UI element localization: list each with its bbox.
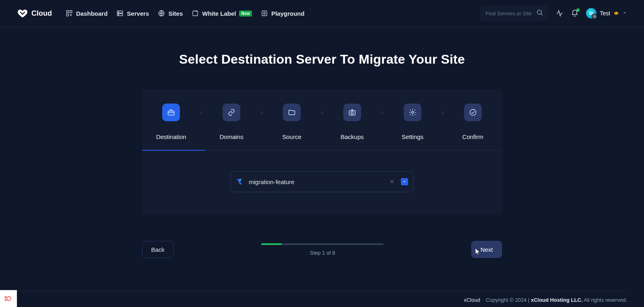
server-icon — [116, 10, 124, 17]
step-confirm[interactable]: Confirm — [444, 104, 502, 140]
progress: Step 1 of 6 — [261, 243, 384, 256]
step-label: Domains — [219, 133, 243, 140]
page-title: Select Destination Server To Migrate You… — [0, 52, 644, 67]
nav-label: White Label — [202, 10, 236, 17]
svg-point-5 — [118, 12, 119, 12]
step-underline — [142, 150, 502, 150]
check-circle-icon — [464, 104, 482, 121]
svg-point-10 — [264, 12, 266, 15]
user-menu[interactable]: 05 Test — [586, 8, 627, 19]
svg-rect-9 — [262, 11, 267, 16]
back-button[interactable]: Back — [142, 241, 174, 258]
selected-server: migration-feature — [249, 178, 383, 185]
header-left: Cloud Dashboard Servers Sites White Labe… — [17, 8, 304, 19]
avatar: 05 — [586, 8, 597, 19]
camera-icon — [343, 104, 361, 121]
step-label: Destination — [156, 133, 186, 140]
svg-rect-12 — [168, 111, 174, 115]
nav-sites[interactable]: Sites — [158, 10, 183, 17]
step-destination[interactable]: Destination — [142, 104, 200, 140]
main-nav: Dashboard Servers Sites White Label New … — [66, 10, 304, 17]
globe-icon — [158, 10, 165, 17]
svg-point-15 — [411, 112, 413, 114]
next-button[interactable]: Next — [471, 241, 502, 258]
folder-icon — [283, 104, 301, 121]
nav-label: Dashboard — [76, 10, 107, 17]
step-label: Source — [282, 133, 301, 140]
briefcase-icon — [162, 104, 180, 121]
notification-dot — [576, 8, 580, 12]
nav-dashboard[interactable]: Dashboard — [66, 10, 107, 17]
progress-text: Step 1 of 6 — [261, 250, 384, 256]
avatar-initials: 05 — [589, 11, 594, 16]
next-label: Next — [481, 246, 493, 253]
step-source[interactable]: Source — [262, 104, 321, 140]
caret-down-icon — [402, 180, 407, 184]
new-badge: New — [239, 10, 252, 17]
main: Select Destination Server To Migrate You… — [0, 27, 644, 258]
note-plus-icon — [192, 10, 199, 17]
header: Cloud Dashboard Servers Sites White Labe… — [0, 0, 644, 27]
footer-company: xCloud Hosting LLC. — [531, 297, 583, 303]
link-icon — [223, 104, 240, 121]
crown-icon — [613, 10, 619, 17]
footer-brand: xCloud — [464, 297, 480, 303]
clear-selection-icon[interactable]: ✕ — [388, 178, 396, 185]
playground-icon — [261, 10, 268, 17]
svg-point-16 — [470, 110, 476, 116]
brand-name: Cloud — [31, 9, 52, 18]
footer-rights: All rights reserved. — [582, 297, 627, 303]
step-label: Confirm — [462, 133, 484, 140]
chevron-down-icon — [622, 10, 627, 17]
footer: xCloud Copyright © 2024 | xCloud Hosting… — [17, 291, 627, 303]
nav-playground[interactable]: Playground — [261, 10, 305, 17]
step-label: Settings — [402, 133, 423, 140]
svg-point-6 — [118, 15, 119, 15]
header-right: 05 Test — [480, 5, 627, 21]
server-select[interactable]: migration-feature ✕ — [231, 171, 413, 192]
user-name: Test — [600, 10, 610, 17]
back-label: Back — [151, 246, 165, 253]
wizard-steps: Destination › Domains › Source › — [142, 104, 502, 140]
step-label: Backups — [341, 133, 364, 140]
grid-plus-icon — [66, 10, 73, 17]
wizard-controls: Back Step 1 of 6 Next — [142, 241, 502, 258]
logo-icon — [17, 8, 28, 19]
svg-rect-1 — [70, 10, 72, 12]
activity-icon[interactable] — [555, 9, 564, 17]
notifications-icon[interactable] — [571, 9, 579, 17]
nav-label: Sites — [168, 10, 183, 17]
nav-label: Servers — [127, 10, 149, 17]
laravel-debug-icon[interactable] — [0, 290, 17, 307]
dropdown-toggle[interactable] — [401, 178, 408, 185]
vultr-icon — [236, 178, 244, 186]
svg-rect-2 — [66, 14, 68, 16]
search-input[interactable] — [485, 10, 531, 17]
footer-prefix: Copyright © 2024 | — [486, 297, 531, 303]
step-settings[interactable]: Settings — [383, 104, 442, 140]
footer-copyright: Copyright © 2024 | xCloud Hosting LLC. A… — [486, 297, 627, 303]
svg-point-11 — [537, 10, 542, 15]
svg-point-14 — [351, 112, 353, 114]
svg-rect-0 — [66, 10, 68, 12]
search-box[interactable] — [480, 5, 548, 21]
brand-logo[interactable]: Cloud — [17, 8, 52, 19]
nav-servers[interactable]: Servers — [116, 10, 149, 17]
nav-label: Playground — [271, 10, 305, 17]
step-domains[interactable]: Domains — [202, 104, 260, 140]
progress-bar — [261, 243, 384, 245]
nav-white-label[interactable]: White Label New — [192, 10, 252, 17]
server-select-wrap: migration-feature ✕ — [231, 171, 413, 192]
search-icon[interactable] — [536, 9, 543, 18]
svg-rect-13 — [349, 111, 355, 115]
step-backups[interactable]: Backups — [323, 104, 381, 140]
gear-icon — [404, 104, 421, 121]
wizard-card: Destination › Domains › Source › — [142, 89, 502, 214]
